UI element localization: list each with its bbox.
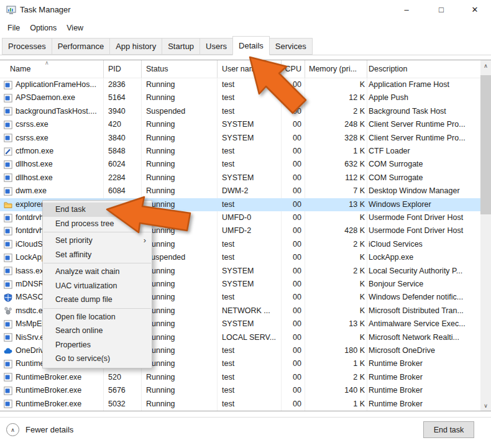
process-pid: 5676 bbox=[108, 384, 139, 397]
process-status: Running bbox=[146, 78, 216, 91]
table-row-applicationframehos-2836[interactable]: ApplicationFrameHos...2836Runningtest00K… bbox=[0, 78, 480, 91]
menu-item-end-task[interactable]: End task bbox=[43, 203, 152, 217]
menu-item-go-to-service-s[interactable]: Go to service(s) bbox=[43, 352, 152, 366]
process-memory: 12 K bbox=[292, 91, 365, 104]
table-row-ctfmon-exe-5848[interactable]: ctfmon.exe5848Runningtest001 KCTF Loader bbox=[0, 145, 480, 158]
process-user: SYSTEM bbox=[222, 132, 280, 145]
vertical-scrollbar[interactable]: ∧ ∨ bbox=[480, 60, 491, 411]
column-header-name[interactable]: Name bbox=[10, 60, 30, 78]
menu-item-open-file-location[interactable]: Open file location bbox=[43, 310, 152, 324]
process-user: LOCAL SERV... bbox=[222, 331, 280, 344]
task-manager-app-icon bbox=[6, 5, 16, 15]
tab-services[interactable]: Services bbox=[269, 38, 313, 55]
process-memory: K bbox=[292, 291, 365, 304]
process-user: test bbox=[222, 158, 280, 171]
table-row-dllhost-exe-2284[interactable]: dllhost.exe2284RunningSYSTEM00112 KCOM S… bbox=[0, 171, 480, 185]
default-app-icon bbox=[4, 254, 12, 262]
minimize-button[interactable]: – bbox=[392, 0, 421, 19]
menu-item-set-priority[interactable]: Set priority› bbox=[43, 234, 152, 248]
process-description: COM Surrogate bbox=[369, 171, 480, 185]
default-app-icon bbox=[4, 173, 12, 182]
process-user: DWM-2 bbox=[222, 185, 280, 198]
process-status: Running bbox=[146, 344, 216, 357]
default-app-icon bbox=[4, 267, 12, 275]
scroll-down-button[interactable]: ∨ bbox=[480, 400, 491, 411]
column-header-user-name[interactable]: User name bbox=[222, 60, 260, 78]
process-pid: 2284 bbox=[108, 171, 139, 185]
process-memory: 2 K bbox=[292, 265, 365, 278]
scroll-up-button[interactable]: ∧ bbox=[480, 60, 491, 71]
tab-processes[interactable]: Processes bbox=[2, 38, 52, 55]
fewer-details-toggle[interactable]: ∧ Fewer details bbox=[6, 423, 73, 436]
process-name: RuntimeBroker.exe bbox=[16, 384, 103, 397]
column-header-pid[interactable]: PID bbox=[108, 60, 121, 78]
process-status: Running bbox=[146, 291, 216, 304]
tab-performance[interactable]: Performance bbox=[52, 38, 110, 55]
process-memory: 140 K bbox=[292, 384, 365, 397]
menu-item-create-dump-file[interactable]: Create dump file bbox=[43, 293, 152, 307]
column-header-description[interactable]: Description bbox=[369, 60, 408, 78]
process-description: Client Server Runtime Pro... bbox=[369, 118, 480, 131]
column-header-memory-pri[interactable]: Memory (pri... bbox=[309, 60, 357, 78]
process-pid: 5164 bbox=[108, 91, 139, 104]
process-description: Microsoft Network Realti... bbox=[369, 331, 480, 344]
process-status: Running bbox=[146, 198, 216, 211]
default-app-icon bbox=[4, 360, 12, 368]
menu-item-search-online[interactable]: Search online bbox=[43, 324, 152, 338]
process-name: ctfmon.exe bbox=[16, 145, 103, 158]
table-row-runtimebroker-exe-5032[interactable]: RuntimeBroker.exe5032Runningtest001 KRun… bbox=[0, 398, 480, 411]
process-status: Running bbox=[146, 171, 216, 185]
table-row-backgroundtaskhost-3940[interactable]: backgroundTaskHost....3940Suspendedtest0… bbox=[0, 105, 480, 118]
default-app-icon bbox=[4, 187, 12, 196]
table-row-dwm-exe-6084[interactable]: dwm.exe6084RunningDWM-2007 KDesktop Wind… bbox=[0, 185, 480, 198]
process-description: LockApp.exe bbox=[369, 251, 480, 264]
tab-users[interactable]: Users bbox=[200, 38, 233, 55]
close-button[interactable]: ✕ bbox=[461, 0, 489, 19]
table-row-dllhost-exe-6024[interactable]: dllhost.exe6024Runningtest00632 KCOM Sur… bbox=[0, 158, 480, 171]
table-row-runtimebroker-exe-520[interactable]: RuntimeBroker.exe520Runningtest002 KRunt… bbox=[0, 371, 480, 384]
process-description: COM Surrogate bbox=[369, 158, 480, 171]
menu-options[interactable]: Options bbox=[25, 22, 62, 34]
footer-divider bbox=[0, 417, 491, 418]
process-description: Windows Explorer bbox=[369, 198, 480, 211]
maximize-button[interactable]: □ bbox=[427, 0, 456, 19]
process-memory: 428 K bbox=[292, 224, 365, 237]
table-row-runtimebroker-exe-5676[interactable]: RuntimeBroker.exe5676Runningtest00140 KR… bbox=[0, 384, 480, 397]
tab-app-history[interactable]: App history bbox=[109, 38, 162, 55]
column-header-cpu[interactable]: CPU bbox=[273, 60, 301, 78]
process-pid: 6024 bbox=[108, 158, 139, 171]
process-memory: 328 K bbox=[292, 132, 365, 145]
process-description: Runtime Broker bbox=[369, 371, 480, 384]
default-app-icon bbox=[4, 400, 12, 408]
menu-item-uac-virtualization[interactable]: UAC virtualization bbox=[43, 279, 152, 293]
column-header-status[interactable]: Status bbox=[146, 60, 168, 78]
menu-item-properties[interactable]: Properties bbox=[43, 338, 152, 352]
scrollbar-thumb[interactable] bbox=[480, 75, 491, 214]
process-user: NETWORK ... bbox=[222, 304, 280, 318]
table-row-apsdaemon-exe-5164[interactable]: APSDaemon.exe5164Runningtest0012 KApple … bbox=[0, 91, 480, 104]
process-description: Apple Push bbox=[369, 91, 480, 104]
process-user: SYSTEM bbox=[222, 278, 280, 291]
menu-item-end-process-tree[interactable]: End process tree bbox=[43, 217, 152, 231]
process-status: Running bbox=[146, 238, 216, 251]
process-memory: 248 K bbox=[292, 118, 365, 131]
table-row-csrss-exe-420[interactable]: csrss.exe420RunningSYSTEM00248 KClient S… bbox=[0, 118, 480, 131]
process-description: Runtime Broker bbox=[369, 398, 480, 411]
menu-file[interactable]: File bbox=[2, 22, 25, 34]
default-app-icon bbox=[4, 227, 12, 235]
end-task-button[interactable]: End task bbox=[423, 421, 474, 438]
menu-item-analyze-wait-chain[interactable]: Analyze wait chain bbox=[43, 265, 152, 279]
tab-details[interactable]: Details bbox=[232, 36, 270, 55]
menu-item-set-affinity[interactable]: Set affinity bbox=[43, 248, 152, 262]
menu-view[interactable]: View bbox=[62, 22, 88, 34]
default-app-icon bbox=[4, 134, 12, 142]
process-status: Running bbox=[146, 265, 216, 278]
default-app-icon bbox=[4, 333, 12, 342]
table-row-csrss-exe-3840[interactable]: csrss.exe3840RunningSYSTEM00328 KClient … bbox=[0, 132, 480, 145]
process-status: Running bbox=[146, 278, 216, 291]
process-user: test bbox=[222, 251, 280, 264]
folder-icon bbox=[4, 200, 12, 209]
process-status: Suspended bbox=[146, 105, 216, 118]
tab-startup[interactable]: Startup bbox=[162, 38, 200, 55]
process-description: Runtime Broker bbox=[369, 384, 480, 397]
